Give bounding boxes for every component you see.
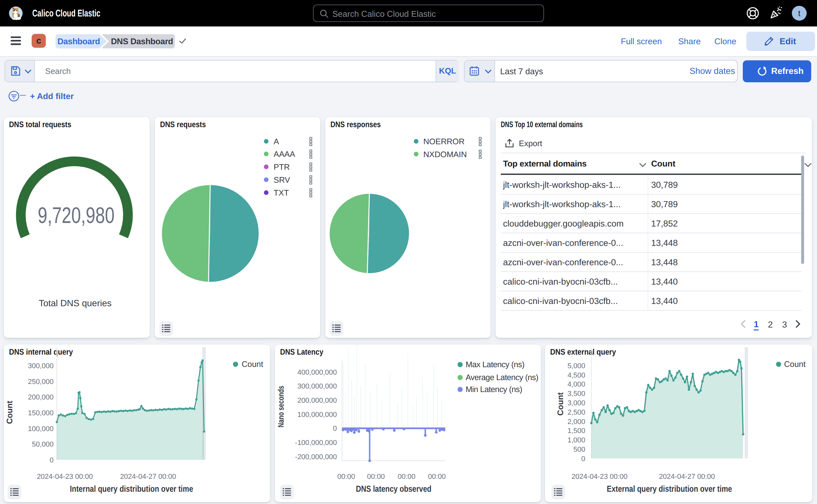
svg-text:250,000: 250,000 xyxy=(28,378,54,386)
svg-text:2024-04-27 00:00: 2024-04-27 00:00 xyxy=(659,473,715,481)
svg-text:NOERROR: NOERROR xyxy=(423,137,465,146)
svg-text:00:00: 00:00 xyxy=(398,473,415,481)
svg-text:2,500: 2,500 xyxy=(568,409,585,417)
svg-text:0: 0 xyxy=(333,425,337,433)
svg-text:00:00: 00:00 xyxy=(367,473,385,481)
svg-text:1,500: 1,500 xyxy=(568,427,585,435)
svg-text:Total DNS queries: Total DNS queries xyxy=(39,298,112,308)
svg-text:9,720,980: 9,720,980 xyxy=(38,203,115,228)
svg-text:2024-04-23 00:00: 2024-04-23 00:00 xyxy=(571,473,628,481)
svg-text:DNS latency observed: DNS latency observed xyxy=(356,484,431,494)
svg-text:00:00: 00:00 xyxy=(428,473,446,481)
svg-text:Max Latency (ns): Max Latency (ns) xyxy=(466,360,524,369)
svg-text:-200,000,000: -200,000,000 xyxy=(295,453,337,461)
svg-text:-100,000,000: -100,000,000 xyxy=(295,439,337,447)
svg-text:2,000: 2,000 xyxy=(568,418,585,426)
svg-text:Calico Cloud Elastic: Calico Cloud Elastic xyxy=(32,8,100,19)
svg-text:00:00: 00:00 xyxy=(337,473,355,481)
svg-text:Average Latency (ns): Average Latency (ns) xyxy=(466,373,538,382)
svg-text:100,000: 100,000 xyxy=(28,425,54,433)
svg-text:NXDOMAIN: NXDOMAIN xyxy=(423,150,467,159)
svg-text:2024-04-27 00:00: 2024-04-27 00:00 xyxy=(120,473,176,481)
svg-text:50,000: 50,000 xyxy=(32,441,54,449)
svg-text:400,000,000: 400,000,000 xyxy=(298,369,337,377)
svg-text:0: 0 xyxy=(581,455,585,463)
svg-text:DNS Top 10 external domains: DNS Top 10 external domains xyxy=(501,120,583,129)
svg-text:0: 0 xyxy=(50,457,54,464)
svg-text:4,000: 4,000 xyxy=(568,381,585,388)
svg-text:3,000: 3,000 xyxy=(568,399,585,407)
svg-text:Count: Count xyxy=(5,400,14,424)
svg-text:TXT: TXT xyxy=(274,188,289,197)
svg-text:200,000: 200,000 xyxy=(28,394,54,401)
svg-text:AAAA: AAAA xyxy=(274,150,296,159)
svg-text:500: 500 xyxy=(573,446,585,454)
svg-text:External query distribution ov: External query distribution over time xyxy=(607,484,732,494)
svg-text:5,000: 5,000 xyxy=(568,362,585,370)
svg-text:4,500: 4,500 xyxy=(568,372,585,379)
svg-text:2024-04-23 00:00: 2024-04-23 00:00 xyxy=(37,473,93,481)
svg-text:200,000,000: 200,000,000 xyxy=(298,397,337,405)
svg-text:PTR: PTR xyxy=(274,163,290,172)
svg-text:3,500: 3,500 xyxy=(568,390,585,398)
svg-text:Count: Count xyxy=(784,360,806,369)
svg-text:Count: Count xyxy=(242,360,264,369)
svg-text:A: A xyxy=(274,137,279,146)
svg-text:SRV: SRV xyxy=(274,176,290,185)
svg-text:100,000,000: 100,000,000 xyxy=(298,411,337,419)
svg-text:300,000,000: 300,000,000 xyxy=(298,383,337,390)
svg-text:Min Latency (ns): Min Latency (ns) xyxy=(466,385,522,394)
svg-text:Count: Count xyxy=(556,392,565,416)
svg-text:300,000: 300,000 xyxy=(28,362,54,370)
svg-text:Internal query distribution ov: Internal query distribution over time xyxy=(70,484,194,494)
svg-text:Nano seconds: Nano seconds xyxy=(277,386,286,427)
svg-text:150,000: 150,000 xyxy=(28,409,54,417)
svg-text:1,000: 1,000 xyxy=(568,437,585,444)
